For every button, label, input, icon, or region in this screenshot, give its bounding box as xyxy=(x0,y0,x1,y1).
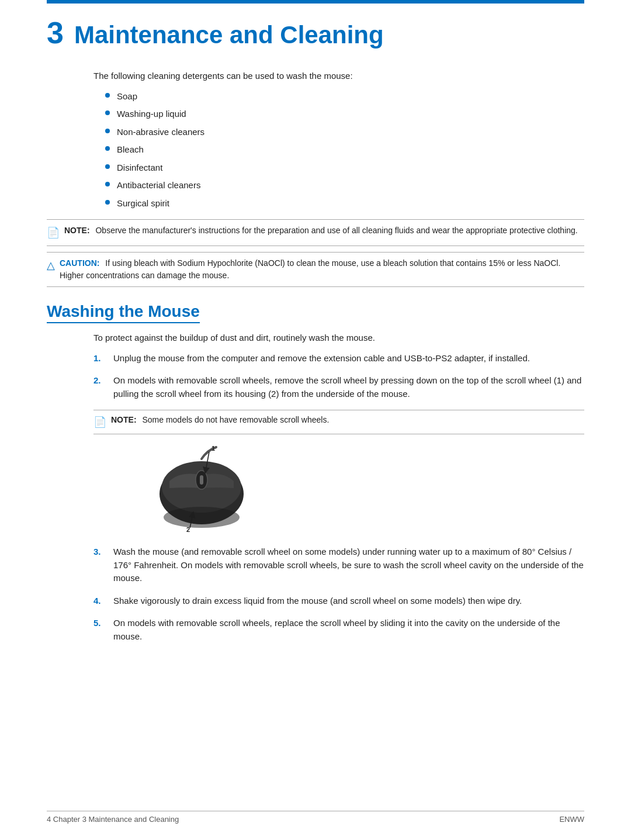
caution-box: △ CAUTION: If using bleach with Sodium H… xyxy=(47,252,584,287)
list-item: Antibacterial cleaners xyxy=(105,179,584,192)
note-label: NOTE: xyxy=(64,226,90,235)
chapter-heading: 3 Maintenance and Cleaning xyxy=(47,18,584,49)
step-2: 2. On models with removable scroll wheel… xyxy=(93,374,584,400)
list-item: Bleach xyxy=(105,143,584,157)
chapter-title: Maintenance and Cleaning xyxy=(74,22,384,49)
caution-label: CAUTION: xyxy=(60,258,99,268)
note-content: NOTE: Observe the manufacturer's instruc… xyxy=(64,224,578,237)
caution-icon: △ xyxy=(47,258,55,274)
mouse-svg: 1 2 xyxy=(140,441,269,535)
mouse-image: 1 2 xyxy=(140,441,269,535)
step-number-1: 1. xyxy=(93,352,105,365)
step-number-3: 3. xyxy=(93,545,105,559)
footer-right: ENWW xyxy=(559,815,584,824)
list-item: Washing-up liquid xyxy=(105,108,584,121)
bullet-dot xyxy=(105,182,110,186)
step-text-5: On models with removable scroll wheels, … xyxy=(113,617,584,643)
bullet-dot xyxy=(105,93,110,98)
note-text: Observe the manufacturer's instructions … xyxy=(95,226,577,235)
footer-left: 4 Chapter 3 Maintenance and Cleaning xyxy=(47,815,179,824)
list-item: Disinfectant xyxy=(105,161,584,175)
intro-text: The following cleaning detergents can be… xyxy=(93,70,584,83)
svg-rect-3 xyxy=(200,475,203,485)
top-rule xyxy=(47,0,584,4)
bullet-list: Soap Washing-up liquid Non-abrasive clea… xyxy=(105,90,584,210)
step-note-content: NOTE: Some models do not have removable … xyxy=(111,414,329,426)
list-item: Non-abrasive cleaners xyxy=(105,126,584,139)
page-container: 3 Maintenance and Cleaning The following… xyxy=(0,0,631,840)
numbered-steps: 1. Unplug the mouse from the computer an… xyxy=(93,352,584,644)
step-text-2: On models with removable scroll wheels, … xyxy=(113,374,584,400)
caution-text: If using bleach with Sodium Hypochlorite… xyxy=(60,258,560,280)
step-note-label: NOTE: xyxy=(111,415,137,424)
step-5: 5. On models with removable scroll wheel… xyxy=(93,617,584,643)
bullet-dot xyxy=(105,200,110,205)
step-number-5: 5. xyxy=(93,617,105,630)
step-text-4: Shake vigorously to drain excess liquid … xyxy=(113,594,584,608)
section-heading: Washing the Mouse xyxy=(47,298,584,331)
bullet-dot xyxy=(105,164,110,169)
step-text-1: Unplug the mouse from the computer and r… xyxy=(113,352,584,365)
step-number-4: 4. xyxy=(93,594,105,608)
step-text-3: Wash the mouse (and removable scroll whe… xyxy=(113,545,584,585)
chapter-number: 3 xyxy=(47,18,64,48)
list-item: Soap xyxy=(105,90,584,103)
step-note: 📄 NOTE: Some models do not have removabl… xyxy=(93,410,584,434)
bullet-dot xyxy=(105,110,110,115)
page-footer: 4 Chapter 3 Maintenance and Cleaning ENW… xyxy=(47,811,584,824)
step-note-text: Some models do not have removable scroll… xyxy=(142,415,329,424)
note-box: 📄 NOTE: Observe the manufacturer's instr… xyxy=(47,219,584,246)
bullet-dot xyxy=(105,146,110,151)
list-item: Surgical spirit xyxy=(105,197,584,210)
note-icon: 📄 xyxy=(47,225,60,241)
step-note-icon: 📄 xyxy=(93,414,106,430)
step-3: 3. Wash the mouse (and removable scroll … xyxy=(93,545,584,585)
step-1: 1. Unplug the mouse from the computer an… xyxy=(93,352,584,365)
step-4: 4. Shake vigorously to drain excess liqu… xyxy=(93,594,584,608)
bullet-dot xyxy=(105,129,110,133)
section-intro: To protect against the buildup of dust a… xyxy=(93,331,584,345)
caution-content: CAUTION: If using bleach with Sodium Hyp… xyxy=(60,257,584,282)
svg-point-8 xyxy=(164,507,240,528)
step-number-2: 2. xyxy=(93,374,105,388)
svg-text:1: 1 xyxy=(212,445,215,452)
